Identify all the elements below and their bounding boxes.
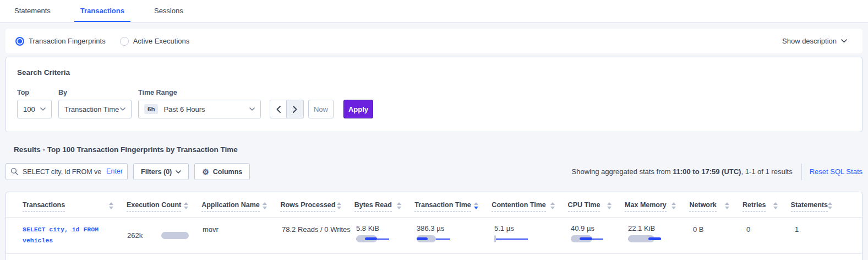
max_memory-bar [628, 235, 661, 242]
time-range-field: Time Range 6h Past 6 Hours [138, 89, 261, 118]
cell-transaction_time: 386.3 µs [417, 224, 494, 246]
column-header-execution_count[interactable]: Execution Count [127, 201, 201, 212]
column-header-label: Transaction Time [414, 201, 471, 212]
cpu_time-bar [571, 235, 603, 242]
sort-icon[interactable] [263, 202, 267, 209]
time-prev-button[interactable] [270, 100, 287, 118]
chevron-down-icon [841, 39, 847, 43]
column-header-retries[interactable]: Retries [743, 201, 791, 212]
top-field: Top 100 [17, 89, 52, 118]
show-description-label: Show description [782, 37, 837, 45]
sort-icon[interactable] [828, 202, 832, 209]
radio-transaction-fingerprints[interactable]: Transaction Fingerprints [15, 37, 106, 46]
view-toggle-row: Transaction Fingerprints Active Executio… [6, 29, 862, 53]
filters-button[interactable]: Filters (0) [133, 163, 189, 180]
show-description-toggle[interactable]: Show description [782, 37, 847, 45]
by-select[interactable]: Transaction Time [58, 100, 132, 118]
column-header-label: CPU Time [568, 201, 600, 212]
time-range-select[interactable]: 6h Past 6 Hours [138, 100, 261, 118]
time-nav-group [270, 100, 304, 118]
stats-group: Showing aggregated stats from 11:00 to 1… [572, 164, 862, 180]
sort-icon[interactable] [337, 202, 341, 209]
by-label: By [58, 89, 132, 96]
cell-network: 0 B [693, 224, 746, 246]
top-label: Top [17, 89, 52, 96]
by-value: Transaction Time [64, 105, 119, 113]
search-enter-hint[interactable]: Enter [106, 167, 123, 175]
top-select[interactable]: 100 [17, 100, 52, 118]
column-header-cpu_time[interactable]: CPU Time [568, 201, 625, 212]
aggregated-stats-text: Showing aggregated stats from 11:00 to 1… [572, 167, 793, 176]
transaction_time-value: 386.3 µs [417, 224, 494, 232]
results-title: Results - Top 100 Transaction Fingerprin… [14, 145, 868, 154]
column-header-transaction_time[interactable]: Transaction Time [414, 201, 492, 212]
retries-value: 0 [746, 224, 795, 234]
execution-count-bar [161, 232, 189, 239]
search-criteria-card: Search Criteria Top 100 By Transaction T… [6, 57, 862, 132]
rows_processed-value: 78.2 Reads / 0 Writes [282, 224, 356, 234]
filters-label: Filters (0) [141, 168, 172, 176]
chevron-down-icon [249, 107, 255, 111]
table-header-row: TransactionsExecution CountApplication N… [6, 192, 862, 218]
column-header-label: Application Name [201, 201, 260, 212]
sort-icon[interactable] [672, 202, 676, 209]
cell-contention_time: 5.1 µs [494, 224, 571, 246]
max_memory-value: 22.1 KiB [628, 224, 693, 232]
sort-icon[interactable] [725, 202, 729, 209]
column-header-label: Rows Processed [280, 201, 335, 212]
sort-icon[interactable] [184, 202, 188, 209]
table-row: SELECT city, id FROM vehicles262kmovr78.… [6, 218, 862, 254]
column-header-application_name[interactable]: Application Name [201, 201, 280, 212]
cell-bytes_read: 5.8 KiB [356, 224, 417, 246]
radio-unselected-icon[interactable] [120, 37, 129, 46]
bar-highlight-segment [365, 237, 377, 240]
tab-sessions[interactable]: Sessions [148, 0, 189, 22]
results-controls-row: Enter Filters (0) ⚙ Columns Showing aggr… [0, 163, 868, 180]
execution-count-value: 262k [127, 231, 143, 240]
sort-icon[interactable] [474, 202, 478, 209]
sort-icon[interactable] [109, 202, 113, 209]
column-header-bytes_read[interactable]: Bytes Read [354, 201, 414, 212]
transactions-table-card: TransactionsExecution CountApplication N… [6, 192, 862, 260]
tab-transactions[interactable]: Transactions [74, 0, 130, 22]
apply-button[interactable]: Apply [343, 100, 373, 118]
sort-icon[interactable] [773, 202, 778, 209]
bytes_read-value: 5.8 KiB [356, 224, 417, 232]
chevron-left-icon [276, 106, 281, 113]
sort-icon[interactable] [550, 202, 555, 209]
time-next-button[interactable] [287, 100, 304, 118]
column-header-transactions[interactable]: Transactions [23, 201, 127, 212]
cell-cpu_time: 40.9 µs [571, 224, 628, 246]
search-icon [10, 167, 18, 177]
now-button[interactable]: Now [308, 100, 334, 118]
bar-stddev-line [494, 239, 528, 240]
bar-highlight-segment [648, 237, 661, 240]
column-header-max_memory[interactable]: Max Memory [625, 201, 689, 212]
chevron-right-icon [293, 106, 297, 113]
bytes_read-bar [356, 235, 389, 242]
sort-icon[interactable] [397, 202, 401, 209]
transaction-fingerprint-link[interactable]: SELECT city, id FROM vehicles [23, 224, 116, 246]
column-header-rows_processed[interactable]: Rows Processed [280, 201, 354, 212]
radio-active-executions[interactable]: Active Executions [120, 37, 190, 46]
bar-highlight-segment [580, 237, 592, 240]
time-range-label: Time Range [138, 89, 261, 96]
column-header-statements[interactable]: Statements [791, 201, 845, 212]
column-header-network[interactable]: Network [689, 201, 743, 212]
columns-button[interactable]: ⚙ Columns [194, 163, 250, 180]
column-header-label: Execution Count [127, 201, 181, 212]
statements-value: 1 [795, 224, 845, 234]
cell-application_name: movr [203, 224, 282, 246]
reset-sql-stats-link[interactable]: Reset SQL Stats [810, 167, 862, 176]
search-box: Enter [6, 163, 128, 180]
sort-icon[interactable] [607, 202, 612, 209]
tab-statements[interactable]: Statements [8, 0, 57, 22]
page-tabs: Statements Transactions Sessions [0, 0, 868, 23]
radio-selected-icon[interactable] [15, 37, 24, 46]
gear-icon: ⚙ [202, 168, 209, 176]
cell-rows_processed: 78.2 Reads / 0 Writes [282, 224, 356, 246]
column-header-contention_time[interactable]: Contention Time [492, 201, 567, 212]
column-header-label: Transactions [23, 201, 65, 212]
columns-label: Columns [213, 168, 242, 176]
cell-execution_count: 262k [127, 224, 203, 246]
